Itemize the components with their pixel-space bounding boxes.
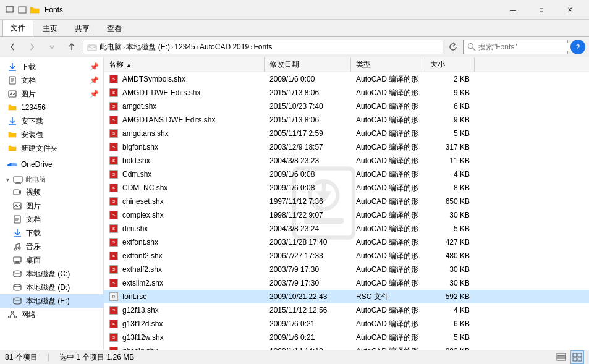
nav-back-button[interactable] <box>4 40 21 54</box>
tab-home[interactable]: 主页 <box>35 20 66 36</box>
maximize-button[interactable]: □ <box>527 0 556 20</box>
sidebar-label: 本地磁盘 (C:) <box>26 269 70 279</box>
table-row[interactable]: S bold.shx 2004/3/8 23:23 AutoCAD 编译的形 1… <box>104 154 589 167</box>
file-size-cell: 30 KB <box>425 211 475 219</box>
file-type-cell: AutoCAD 编译的形 <box>351 156 425 166</box>
sidebar-item-drive-d[interactable]: 本地磁盘 (D:) <box>0 281 103 294</box>
sidebar-item-install-pkg[interactable]: 安装包 <box>0 128 103 142</box>
pictures-icon <box>12 201 22 211</box>
sidebar-item-new-folder[interactable]: 新建文件夹 <box>0 142 103 155</box>
col-header-name[interactable]: 名称 ▲ <box>104 57 265 72</box>
table-row[interactable]: S exthalf2.shx 2003/7/9 17:30 AutoCAD 编译… <box>104 263 589 276</box>
sidebar-item-drive-e[interactable]: 本地磁盘 (E:) <box>0 294 103 308</box>
table-row[interactable]: S g13f12w.shx 2009/1/6 0:21 AutoCAD 编译的形… <box>104 331 589 344</box>
window-title: Fonts <box>44 6 499 14</box>
table-row[interactable]: S amgdt.shx 2015/10/23 7:40 AutoCAD 编译的形… <box>104 99 589 113</box>
table-row[interactable]: S complex.shx 1998/11/22 9:07 AutoCAD 编译… <box>104 208 589 222</box>
table-row[interactable]: S chineset.shx 1997/11/12 7:36 AutoCAD 编… <box>104 195 589 208</box>
table-row[interactable]: S dim.shx 2004/3/8 23:24 AutoCAD 编译的形 5 … <box>104 222 589 235</box>
title-icon-2[interactable] <box>17 5 27 15</box>
file-header: 名称 ▲ 修改日期 类型 大小 <box>104 57 589 72</box>
minimize-button[interactable]: — <box>499 0 527 20</box>
sidebar-label: 音乐 <box>26 242 41 252</box>
file-date-cell: 2009/1/6 0:00 <box>265 75 351 83</box>
sidebar-item-music[interactable]: 音乐 <box>0 240 103 253</box>
file-name-cell: S dim.shx <box>104 224 265 234</box>
sidebar-item-pictures[interactable]: 图片 <box>0 199 103 213</box>
table-row[interactable]: S g13f12d.shx 2009/1/6 0:21 AutoCAD 编译的形… <box>104 317 589 331</box>
svg-rect-44 <box>557 358 566 360</box>
download-icon <box>7 62 17 72</box>
svg-rect-2 <box>19 7 26 13</box>
sidebar-item-123456[interactable]: 123456 <box>0 101 103 114</box>
table-row[interactable]: S extslim2.shx 2003/7/9 17:30 AutoCAD 编译… <box>104 276 589 290</box>
drive-d-icon <box>12 282 22 292</box>
table-row[interactable]: S bigfont.shx 2003/12/9 18:57 AutoCAD 编译… <box>104 140 589 154</box>
svg-line-41 <box>12 313 15 316</box>
desktop-icon <box>12 255 22 265</box>
file-date-cell: 2009/1/6 0:08 <box>265 170 351 179</box>
table-row[interactable]: S AMGDT DWE Edits.shx 2015/1/13 8:06 Aut… <box>104 86 589 99</box>
shx-file-icon: S <box>109 197 118 206</box>
sidebar-item-video[interactable]: 视频 <box>0 185 103 199</box>
file-size-cell: 11 KB <box>425 156 475 165</box>
sidebar-item-downloads[interactable]: 下载 <box>0 226 103 240</box>
file-type-cell: AutoCAD 编译的形 <box>351 278 425 289</box>
title-icon-1[interactable] <box>5 5 15 15</box>
view-details-button[interactable] <box>554 350 568 364</box>
help-button[interactable]: ? <box>570 40 585 54</box>
table-row[interactable]: S gbcbig.shx 1999/1/14 14:18 AutoCAD 编译的… <box>104 344 589 350</box>
view-icons-button[interactable] <box>570 350 584 364</box>
refresh-button[interactable] <box>446 40 460 54</box>
table-row[interactable]: S Cdm.shx 2009/1/6 0:08 AutoCAD 编译的形 4 K… <box>104 167 589 181</box>
sidebar-item-onedrive[interactable]: OneDrive <box>0 158 103 171</box>
nav-forward-button[interactable] <box>23 40 41 54</box>
tab-file[interactable]: 文件 <box>2 20 33 36</box>
sidebar-item-documents[interactable]: 文档 <box>0 213 103 226</box>
close-button[interactable]: ✕ <box>556 0 584 20</box>
address-bar[interactable]: 此电脑 › 本地磁盘 (E:) › 12345 › AutoCAD 2019 ›… <box>83 40 443 54</box>
folder2-icon <box>7 130 17 140</box>
sidebar-section-thispc[interactable]: ▼ 此电脑 <box>0 171 103 185</box>
sidebar-item-docs[interactable]: 文档 📌 <box>0 74 103 87</box>
file-icon: S <box>109 183 119 193</box>
sidebar-item-download[interactable]: 下载 📌 <box>0 60 103 74</box>
nav-dropdown-button[interactable] <box>43 40 61 54</box>
shx-file-icon: S <box>109 238 118 247</box>
file-area: 名称 ▲ 修改日期 类型 大小 S AMDTSymbols.shx <box>104 57 589 350</box>
table-row[interactable]: S g12f13.shx 2015/11/12 12:56 AutoCAD 编译… <box>104 303 589 317</box>
table-row[interactable]: S AMDTSymbols.shx 2009/1/6 0:00 AutoCAD … <box>104 72 589 86</box>
search-input[interactable] <box>478 43 571 51</box>
col-header-type[interactable]: 类型 <box>351 57 425 72</box>
table-row[interactable]: S extfont.shx 2003/11/28 17:40 AutoCAD 编… <box>104 235 589 249</box>
search-box[interactable] <box>463 40 568 54</box>
table-row[interactable]: S amgdtans.shx 2005/11/17 2:59 AutoCAD 编… <box>104 127 589 140</box>
pin-icon: 📌 <box>90 76 98 85</box>
col-header-date[interactable]: 修改日期 <box>265 57 351 72</box>
file-date-cell: 2003/12/9 18:57 <box>265 143 351 151</box>
col-header-size[interactable]: 大小 <box>425 57 475 72</box>
svg-line-5 <box>473 48 476 51</box>
sidebar-item-pics[interactable]: 图片 📌 <box>0 87 103 101</box>
sidebar-item-install-dl[interactable]: 安下载 <box>0 114 103 128</box>
table-row[interactable]: S CDM_NC.shx 2009/1/6 0:08 AutoCAD 编译的形 … <box>104 181 589 195</box>
sidebar-label: 新建文件夹 <box>21 143 58 154</box>
pin-icon: 📌 <box>90 62 98 71</box>
file-date-cell: 2003/7/9 17:30 <box>265 265 351 274</box>
window-controls: — □ ✕ <box>499 0 584 20</box>
sidebar-item-desktop[interactable]: 桌面 <box>0 253 103 267</box>
sidebar-item-network[interactable]: 网络 <box>0 308 103 321</box>
tab-view[interactable]: 查看 <box>99 20 130 36</box>
file-name-cell: S complex.shx <box>104 210 265 220</box>
tab-share[interactable]: 共享 <box>67 20 98 36</box>
table-row[interactable]: R font.rsc 2009/10/21 22:43 RSC 文件 592 K… <box>104 290 589 303</box>
table-row[interactable]: S extfont2.shx 2006/7/27 17:33 AutoCAD 编… <box>104 249 589 263</box>
table-row[interactable]: S AMGDTANS DWE Edits.shx 2015/1/13 8:06 … <box>104 113 589 127</box>
file-name: complex.shx <box>122 211 164 219</box>
file-icon: S <box>109 237 119 247</box>
file-type-cell: AutoCAD 编译的形 <box>351 169 425 180</box>
file-name-cell: R font.rsc <box>104 292 265 302</box>
sidebar-label: 文档 <box>26 214 41 225</box>
nav-up-button[interactable] <box>63 40 80 54</box>
sidebar-item-drive-c[interactable]: 本地磁盘 (C:) <box>0 267 103 281</box>
